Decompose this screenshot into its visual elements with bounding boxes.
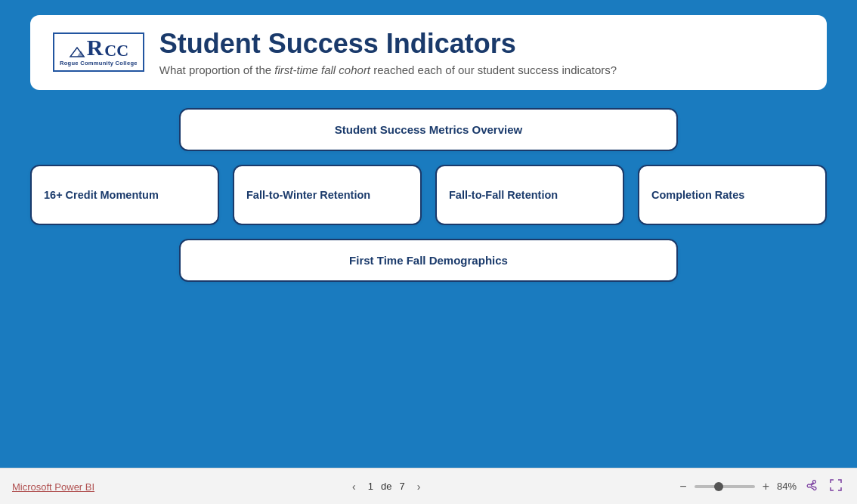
- svg-marker-1: [77, 51, 85, 57]
- header-text: Student Success Indicators What proporti…: [159, 29, 804, 76]
- prev-page-button[interactable]: ‹: [348, 479, 360, 494]
- nav-row: 16+ Credit Momentum Fall-to-Winter Reten…: [30, 165, 827, 225]
- power-bi-link[interactable]: Microsoft Power BI: [12, 481, 94, 493]
- credit-momentum-button[interactable]: 16+ Credit Momentum: [30, 165, 219, 225]
- main-content: R CC Rogue Community College Student Suc…: [0, 0, 857, 468]
- footer-bar: Microsoft Power BI ‹ 1 de 7 › − + 84%: [0, 468, 857, 504]
- overview-button[interactable]: Student Success Metrics Overview: [179, 108, 678, 151]
- page-total: 7: [399, 481, 404, 492]
- page-title: Student Success Indicators: [159, 29, 804, 59]
- page-separator: de: [381, 481, 391, 492]
- zoom-out-button[interactable]: −: [678, 480, 688, 493]
- zoom-slider[interactable]: [695, 485, 755, 488]
- page-current: 1: [368, 481, 373, 492]
- footer-center: ‹ 1 de 7 ›: [348, 479, 425, 494]
- logo-subtitle: Rogue Community College: [60, 60, 138, 66]
- header-subtitle: What proportion of the first-time fall c…: [159, 63, 804, 76]
- share-button[interactable]: [803, 478, 821, 496]
- header-card: R CC Rogue Community College Student Suc…: [30, 15, 827, 90]
- demographics-button[interactable]: First Time Fall Demographics: [179, 239, 678, 282]
- zoom-in-button[interactable]: +: [761, 480, 771, 493]
- fall-fall-retention-button[interactable]: Fall-to-Fall Retention: [435, 165, 624, 225]
- rcc-logo: R CC Rogue Community College: [53, 32, 144, 72]
- fullscreen-button[interactable]: [827, 478, 845, 496]
- mountain-icon: [69, 46, 85, 58]
- logo-r: R: [87, 36, 104, 59]
- subtitle-prefix: What proportion of the: [159, 63, 275, 76]
- nav-area: Student Success Metrics Overview 16+ Cre…: [30, 108, 827, 282]
- footer-right: − + 84%: [678, 478, 845, 496]
- subtitle-italic: first-time fall cohort: [274, 63, 370, 76]
- completion-rates-button[interactable]: Completion Rates: [638, 165, 827, 225]
- next-page-button[interactable]: ›: [413, 479, 425, 494]
- footer-left: Microsoft Power BI: [12, 480, 94, 493]
- fall-winter-retention-button[interactable]: Fall-to-Winter Retention: [233, 165, 422, 225]
- subtitle-suffix: reached each of our student success indi…: [370, 63, 617, 76]
- share-icon: [806, 479, 818, 491]
- zoom-level: 84%: [777, 481, 797, 492]
- logo-cc: CC: [104, 42, 128, 59]
- fullscreen-icon: [830, 479, 842, 491]
- logo-area: R CC Rogue Community College: [53, 32, 144, 72]
